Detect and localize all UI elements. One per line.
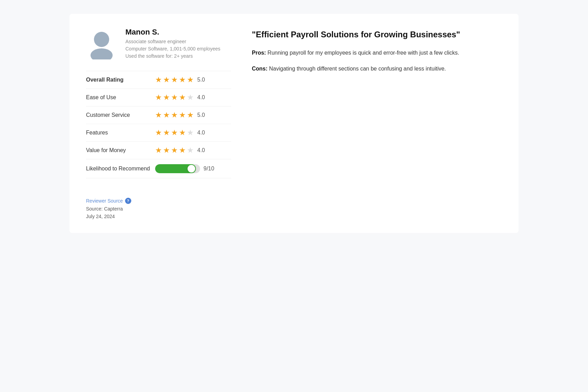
star-1: ★ bbox=[155, 147, 162, 154]
rating-row-ease: Ease of Use ★ ★ ★ ★ ★ 4.0 bbox=[86, 89, 231, 106]
likelihood-bar-bg bbox=[155, 164, 200, 173]
rating-label-value: Value for Money bbox=[86, 147, 155, 153]
rating-label-features: Features bbox=[86, 130, 155, 136]
review-pros: Pros: Running payroll for my employees i… bbox=[252, 48, 502, 57]
review-card: Manon S. Associate software engineer Com… bbox=[69, 14, 519, 233]
star-2: ★ bbox=[163, 129, 170, 137]
rating-value-features: 4.0 bbox=[197, 130, 207, 136]
stars-value: ★ ★ ★ ★ ★ bbox=[155, 147, 194, 154]
star-4: ★ bbox=[179, 76, 186, 84]
star-5: ★ bbox=[187, 76, 194, 84]
rating-value-value: 4.0 bbox=[197, 147, 207, 153]
star-3: ★ bbox=[171, 94, 178, 101]
review-cons: Cons: Navigating through different secti… bbox=[252, 64, 502, 73]
svg-point-0 bbox=[94, 32, 109, 47]
rating-label-likelihood: Likelihood to Recommend bbox=[86, 166, 155, 172]
ratings-section: Overall Rating ★ ★ ★ ★ ★ 5.0 Ease of Use… bbox=[86, 71, 231, 178]
pros-text: Running payroll for my employees is quic… bbox=[267, 50, 459, 56]
rating-row-value: Value for Money ★ ★ ★ ★ ★ 4.0 bbox=[86, 142, 231, 159]
reviewer-name: Manon S. bbox=[125, 28, 220, 37]
star-5: ★ bbox=[187, 129, 194, 137]
cons-label: Cons: bbox=[252, 66, 267, 72]
help-icon: ? bbox=[125, 198, 131, 204]
rating-label-ease: Ease of Use bbox=[86, 94, 155, 101]
star-5: ★ bbox=[187, 94, 194, 101]
star-5: ★ bbox=[187, 147, 194, 154]
reviewer-header: Manon S. Associate software engineer Com… bbox=[86, 28, 231, 60]
likelihood-bar-wrap: 9/10 bbox=[155, 164, 214, 173]
star-3: ★ bbox=[171, 129, 178, 137]
rating-value-overall: 5.0 bbox=[197, 77, 207, 83]
stars-features: ★ ★ ★ ★ ★ bbox=[155, 129, 194, 137]
likelihood-value: 9/10 bbox=[203, 166, 214, 172]
right-column: "Efficient Payroll Solutions for Growing… bbox=[252, 28, 502, 219]
reviewer-source-row: Reviewer Source ? bbox=[86, 198, 231, 204]
source-text: Source: Capterra bbox=[86, 206, 231, 212]
star-4: ★ bbox=[179, 129, 186, 137]
reviewer-company: Computer Software, 1,001-5,000 employees bbox=[125, 45, 220, 53]
star-5: ★ bbox=[187, 111, 194, 119]
star-4: ★ bbox=[179, 147, 186, 154]
rating-row-overall: Overall Rating ★ ★ ★ ★ ★ 5.0 bbox=[86, 71, 231, 89]
reviewer-title: Associate software engineer bbox=[125, 38, 220, 45]
reviewer-info: Manon S. Associate software engineer Com… bbox=[125, 28, 220, 60]
star-3: ★ bbox=[171, 147, 178, 154]
likelihood-bar-fill bbox=[155, 164, 196, 173]
rating-label-service: Customer Service bbox=[86, 112, 155, 118]
star-4: ★ bbox=[179, 94, 186, 101]
star-1: ★ bbox=[155, 129, 162, 137]
rating-row-features: Features ★ ★ ★ ★ ★ 4.0 bbox=[86, 124, 231, 142]
cons-text: Navigating through different sections ca… bbox=[269, 66, 446, 72]
rating-value-ease: 4.0 bbox=[197, 94, 207, 101]
star-2: ★ bbox=[163, 111, 170, 119]
reviewer-source-label: Reviewer Source bbox=[86, 198, 123, 204]
star-1: ★ bbox=[155, 76, 162, 84]
star-2: ★ bbox=[163, 76, 170, 84]
avatar bbox=[86, 28, 117, 59]
svg-point-1 bbox=[91, 48, 113, 59]
reviewer-footer: Reviewer Source ? Source: Capterra July … bbox=[86, 189, 231, 219]
rating-label-overall: Overall Rating bbox=[86, 77, 155, 83]
rating-value-service: 5.0 bbox=[197, 112, 207, 118]
star-3: ★ bbox=[171, 111, 178, 119]
date-text: July 24, 2024 bbox=[86, 214, 231, 219]
star-1: ★ bbox=[155, 111, 162, 119]
stars-service: ★ ★ ★ ★ ★ bbox=[155, 111, 194, 119]
left-column: Manon S. Associate software engineer Com… bbox=[86, 28, 231, 219]
stars-ease: ★ ★ ★ ★ ★ bbox=[155, 94, 194, 101]
review-title: "Efficient Payroll Solutions for Growing… bbox=[252, 29, 502, 40]
reviewer-usage: Used the software for: 2+ years bbox=[125, 53, 220, 60]
star-4: ★ bbox=[179, 111, 186, 119]
star-1: ★ bbox=[155, 94, 162, 101]
rating-row-likelihood: Likelihood to Recommend 9/10 bbox=[86, 159, 231, 178]
pros-label: Pros: bbox=[252, 50, 266, 56]
rating-row-service: Customer Service ★ ★ ★ ★ ★ 5.0 bbox=[86, 106, 231, 124]
star-3: ★ bbox=[171, 76, 178, 84]
star-2: ★ bbox=[163, 94, 170, 101]
star-2: ★ bbox=[163, 147, 170, 154]
stars-overall: ★ ★ ★ ★ ★ bbox=[155, 76, 194, 84]
